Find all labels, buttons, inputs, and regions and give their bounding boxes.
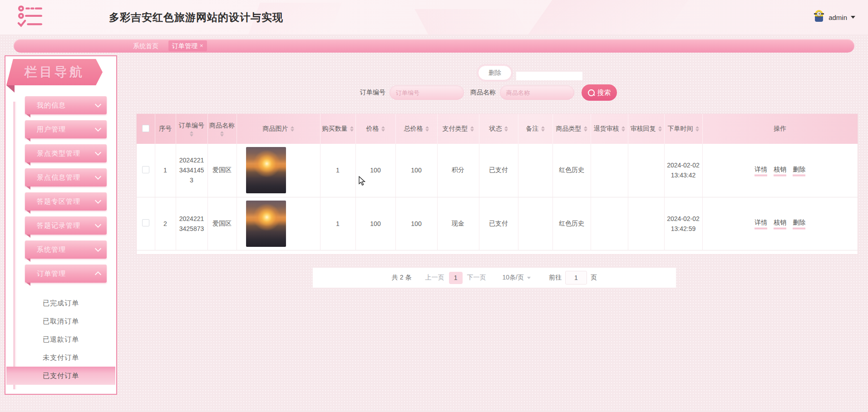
column-header-content: 商品类型: [553, 124, 590, 134]
sort-arrows-icon[interactable]: [584, 126, 587, 132]
column-label: 备注: [526, 125, 539, 133]
sidebar-subitem-3[interactable]: 未支付订单: [6, 348, 115, 367]
sidebar-item-label: 系统管理: [37, 245, 66, 254]
delete-link[interactable]: 删除: [793, 219, 805, 228]
product-name-input[interactable]: [500, 85, 574, 100]
goto-page-input[interactable]: [565, 271, 587, 284]
tab-0[interactable]: 系统首页: [129, 40, 162, 51]
verify-link[interactable]: 核销: [774, 219, 786, 228]
sort-desc-icon: [621, 129, 625, 132]
column-header-content: 购买数量: [321, 124, 355, 134]
cell-category: 红色历史: [552, 144, 591, 197]
table-body: 1202422134341453爱国区1100100积分已支付红色历史2024-…: [137, 144, 858, 250]
column-header-8[interactable]: 支付类型: [437, 114, 479, 144]
sort-arrows-icon[interactable]: [381, 126, 385, 132]
cell-refund-review: [591, 144, 628, 197]
column-header-1: 序号: [155, 114, 176, 144]
sort-arrows-icon[interactable]: [621, 126, 625, 132]
detail-link[interactable]: 详情: [755, 219, 767, 228]
sort-arrows-icon[interactable]: [541, 126, 545, 132]
row-checkbox[interactable]: [142, 219, 149, 226]
column-header-12[interactable]: 退货审核: [591, 114, 628, 144]
page-number-1[interactable]: 1: [449, 272, 463, 284]
sort-arrows-icon[interactable]: [658, 126, 662, 132]
column-header-14[interactable]: 下单时间: [664, 114, 702, 144]
order-no-input[interactable]: [390, 85, 464, 100]
tab-close-icon[interactable]: ×: [200, 40, 203, 51]
cell-order-no: 20242213425873: [176, 197, 207, 250]
sidebar-item-1[interactable]: 用户管理: [25, 120, 107, 138]
tab-label: 订单管理: [172, 40, 197, 51]
sort-arrows-icon[interactable]: [350, 126, 354, 132]
sort-arrows-icon[interactable]: [190, 131, 193, 137]
product-image: [246, 201, 286, 247]
delete-button[interactable]: 删除: [478, 65, 512, 80]
cell-price: 100: [355, 144, 395, 197]
column-header-5[interactable]: 购买数量: [320, 114, 355, 144]
prev-page-button[interactable]: 上一页: [425, 274, 444, 282]
column-header-6[interactable]: 价格: [355, 114, 395, 144]
sort-desc-icon: [584, 129, 587, 132]
select-all-header[interactable]: [137, 114, 155, 144]
sidebar-subitem-0[interactable]: 已完成订单: [6, 294, 115, 312]
product-image: [246, 147, 286, 193]
user-menu[interactable]: admin: [813, 0, 855, 34]
sort-desc-icon: [291, 129, 294, 132]
sidebar-item-label: 景点信息管理: [37, 173, 80, 182]
sort-arrows-icon[interactable]: [695, 126, 699, 132]
column-header-13[interactable]: 审核回复: [628, 114, 664, 144]
row-checkbox[interactable]: [142, 166, 149, 173]
sort-arrows-icon[interactable]: [425, 126, 429, 132]
sort-asc-icon: [381, 126, 385, 128]
tab-1[interactable]: 订单管理×: [168, 40, 207, 51]
column-header-9[interactable]: 状态: [479, 114, 518, 144]
verify-link[interactable]: 核销: [774, 166, 786, 175]
next-page-button[interactable]: 下一页: [467, 274, 486, 282]
page-size-select[interactable]: 10条/页: [503, 274, 531, 282]
cell-price: 100: [355, 197, 395, 250]
sidebar-subitem-4[interactable]: 已支付订单: [6, 367, 115, 385]
sidebar-title: 栏目导航: [25, 64, 84, 81]
column-header-15: 操作: [702, 114, 858, 144]
orders-table: 序号订单编号商品名称商品图片购买数量价格总价格支付类型状态备注商品类型退货审核审…: [137, 114, 858, 250]
cell-total: 100: [395, 197, 437, 250]
sidebar-item-4[interactable]: 答题专区管理: [25, 192, 107, 211]
select-all-checkbox[interactable]: [142, 125, 149, 132]
search-button[interactable]: 搜索: [582, 84, 617, 101]
column-header-4[interactable]: 商品图片: [237, 114, 320, 144]
column-label: 操作: [774, 125, 786, 133]
column-label: 订单编号: [179, 122, 204, 130]
sidebar-item-5[interactable]: 答题记录管理: [25, 216, 107, 235]
column-header-7[interactable]: 总价格: [395, 114, 437, 144]
sidebar-submenu: 已完成订单已取消订单已退款订单未支付订单已支付订单: [6, 294, 115, 385]
sort-arrows-icon[interactable]: [220, 131, 224, 137]
chevron-down-icon: [95, 101, 101, 108]
goto-page-group: 前往 页: [549, 271, 597, 284]
column-header-11[interactable]: 商品类型: [552, 114, 591, 144]
table-row-1: 220242213425873爱国区1100100现金已支付红色历史2024-0…: [137, 197, 858, 250]
detail-link[interactable]: 详情: [755, 166, 767, 175]
column-header-10[interactable]: 备注: [518, 114, 552, 144]
sidebar-item-6[interactable]: 系统管理: [25, 240, 107, 259]
chevron-down-icon: [95, 221, 101, 228]
sidebar-item-3[interactable]: 景点信息管理: [25, 168, 107, 186]
cell-note: [518, 144, 552, 197]
column-header-3[interactable]: 商品名称: [207, 114, 237, 144]
column-header-2[interactable]: 订单编号: [176, 114, 207, 144]
sidebar-item-7[interactable]: 订单管理: [25, 265, 107, 283]
sort-arrows-icon[interactable]: [470, 126, 474, 132]
column-label: 下单时间: [668, 125, 693, 133]
sort-arrows-icon[interactable]: [291, 126, 294, 132]
cell-index: 1: [155, 144, 176, 197]
sidebar-item-2[interactable]: 景点类型管理: [25, 144, 107, 162]
sort-arrows-icon[interactable]: [504, 126, 508, 132]
cell-time: 2024-02-02 13:42:59: [664, 197, 702, 250]
delete-link[interactable]: 删除: [793, 166, 805, 175]
sidebar-item-0[interactable]: 我的信息: [25, 96, 107, 114]
sidebar-subitem-2[interactable]: 已退款订单: [6, 330, 115, 348]
sidebar-title-banner: 栏目导航: [6, 59, 103, 85]
cell-product-name: 爱国区: [207, 144, 237, 197]
sidebar-subitem-1[interactable]: 已取消订单: [6, 312, 115, 330]
column-label: 审核回复: [631, 125, 656, 133]
sidebar-item-label: 用户管理: [37, 125, 66, 134]
